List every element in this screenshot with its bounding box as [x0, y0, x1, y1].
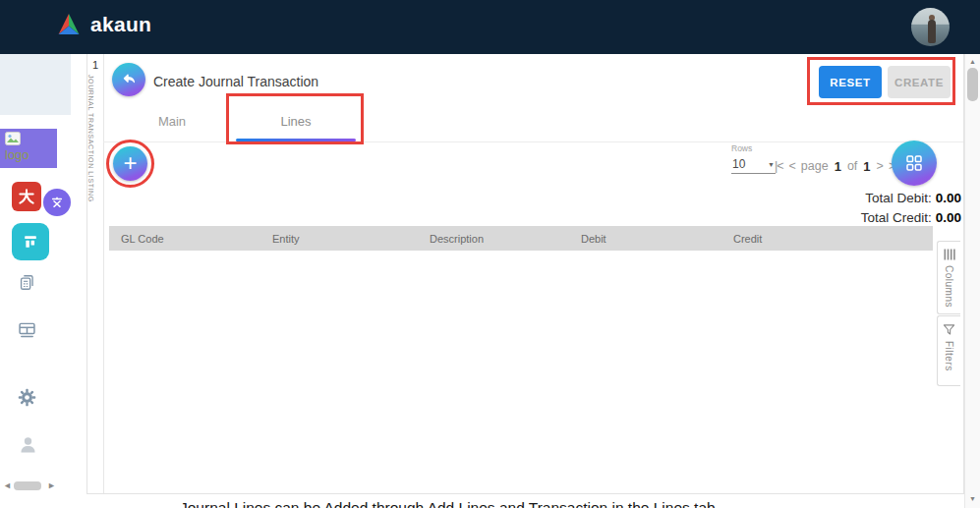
totals-block: Total Debit:0.00 Total Credit:0.00 — [666, 189, 961, 228]
columns-panel-tab[interactable]: Columns — [937, 241, 960, 314]
page-title: Create Journal Transaction — [153, 74, 318, 89]
app-screenshot: akaun logo — [0, 0, 980, 508]
table-columns-icon — [20, 231, 41, 253]
vscroll-thumb[interactable] — [967, 68, 978, 101]
plus-icon: + — [123, 151, 137, 175]
rows-value: 10 — [732, 157, 745, 171]
first-page-button[interactable]: |< — [775, 159, 783, 173]
scroll-up-arrow[interactable]: ▲ — [965, 58, 980, 65]
user-avatar[interactable] — [911, 8, 950, 46]
person-icon — [18, 434, 38, 455]
app-header: akaun — [0, 0, 980, 54]
total-credit-label: Total Credit: — [861, 210, 932, 225]
gear-icon — [17, 387, 37, 408]
hscroll-right-arrow[interactable]: ► — [47, 480, 56, 490]
total-pages-number: 1 — [863, 159, 870, 174]
total-debit-label: Total Debit: — [865, 191, 932, 205]
rows-label: Rows — [731, 143, 776, 153]
sidebar-item-documents[interactable] — [18, 273, 36, 292]
tab-main[interactable]: Main — [110, 101, 234, 141]
sidebar-tenant-logo[interactable]: logo — [0, 129, 57, 168]
script-glyph-icon — [50, 196, 64, 209]
module-tab-strip[interactable]: 1 JOURNAL TRANSACTION LISTING — [87, 54, 104, 493]
back-arrow-icon — [120, 71, 139, 89]
lines-table-empty-body — [109, 251, 933, 492]
main-panel: 1 JOURNAL TRANSACTION LISTING Create Jou… — [86, 54, 964, 494]
filters-panel-tab[interactable]: Filters — [937, 315, 960, 386]
sidebar-item-red-app[interactable] — [12, 182, 41, 211]
brand-name: akaun — [90, 13, 151, 36]
cutoff-caption: Journal Lines can be Added through Add L… — [180, 499, 716, 508]
filter-funnel-icon — [943, 323, 955, 336]
avatar-photo-silhouette — [928, 20, 936, 43]
grid-squares-icon — [904, 153, 924, 173]
column-header-credit[interactable]: Credit — [723, 233, 933, 245]
caret-down-icon: ▼ — [768, 161, 775, 168]
cjk-dai-icon — [17, 187, 36, 206]
pagination: |< < page 1 of 1 > >| — [775, 155, 896, 177]
sidebar-item-purple-badge[interactable] — [43, 189, 71, 216]
total-debit-value: 0.00 — [936, 191, 961, 205]
lines-table-header: GL Code Entity Description Debit Credit — [109, 226, 933, 251]
hscroll-left-arrow[interactable]: ◄ — [3, 480, 12, 490]
logo-alt-text: logo — [5, 147, 29, 162]
next-page-button[interactable]: > — [877, 159, 883, 173]
current-page-number: 1 — [835, 159, 841, 174]
tab-lines[interactable]: Lines — [234, 101, 358, 141]
sidebar-top-block — [0, 54, 71, 115]
reset-button[interactable]: RESET — [819, 66, 882, 98]
scroll-down-arrow[interactable]: ▼ — [965, 495, 980, 502]
sidebar-item-teal-app[interactable] — [12, 223, 49, 260]
of-word: of — [847, 159, 857, 173]
create-button[interactable]: CREATE — [888, 66, 951, 98]
filters-tab-label: Filters — [944, 341, 954, 371]
column-header-debit[interactable]: Debit — [571, 233, 723, 245]
sidebar-item-profile[interactable] — [18, 434, 38, 455]
sidebar-item-table[interactable] — [17, 319, 37, 340]
documents-icon — [18, 273, 36, 292]
column-header-entity[interactable]: Entity — [262, 233, 420, 245]
columns-icon — [944, 249, 955, 260]
back-button[interactable] — [112, 63, 145, 96]
vertical-scrollbar[interactable]: ▲ ▼ — [964, 54, 980, 508]
broken-image-icon — [5, 132, 21, 145]
column-header-description[interactable]: Description — [420, 233, 571, 245]
column-header-gl-code[interactable]: GL Code — [109, 233, 262, 245]
prev-page-button[interactable]: < — [789, 159, 795, 173]
rows-per-page-select[interactable]: Rows 10 ▼ — [731, 143, 776, 174]
sidebar-item-settings[interactable] — [17, 387, 37, 408]
page-word: page — [801, 159, 829, 173]
module-tab-number: 1 — [87, 54, 103, 71]
total-credit-value: 0.00 — [936, 210, 961, 225]
brand-logo[interactable]: akaun — [56, 13, 151, 36]
add-line-button[interactable]: + — [113, 146, 147, 181]
columns-tab-label: Columns — [944, 265, 954, 308]
hscroll-thumb[interactable] — [14, 481, 41, 490]
tabs-divider — [103, 141, 963, 142]
active-tab-underline — [236, 139, 356, 141]
table-grid-icon — [17, 319, 37, 340]
akaun-triangle-icon — [56, 13, 82, 36]
module-tab-label: JOURNAL TRANSACTION LISTING — [87, 75, 94, 202]
grid-view-button[interactable] — [892, 141, 937, 186]
